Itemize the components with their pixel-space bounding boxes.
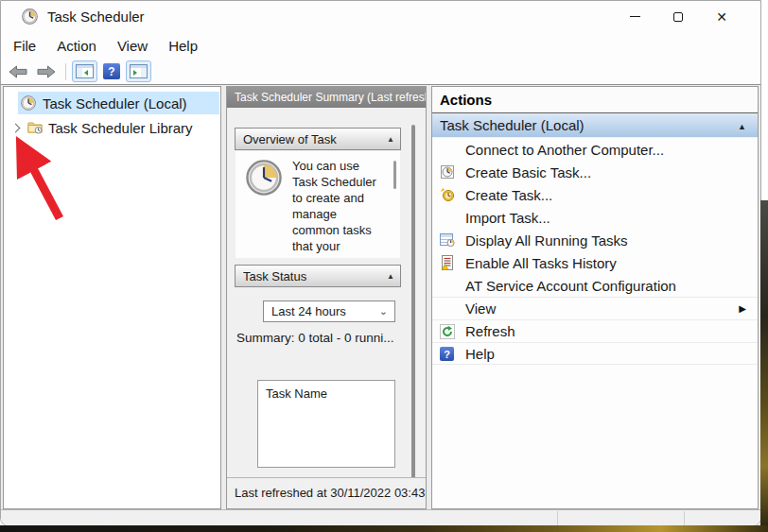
action-label: Enable All Tasks History [465,255,617,271]
maximize-button[interactable] [656,1,700,32]
forward-button[interactable] [33,60,60,82]
close-icon: ✕ [716,10,727,24]
chevron-down-icon: ⌄ [379,301,388,321]
menu-view[interactable]: View [107,35,158,57]
overview-section-title: Overview of Task Scheduler [236,129,400,150]
title-bar: Task Scheduler ✕ [1,1,760,32]
action-create-task[interactable]: Create Task... [432,183,758,206]
main-area: Task Scheduler (Local) Task Scheduler Li… [1,84,760,509]
action-refresh[interactable]: Refresh [432,319,758,342]
show-action-pane-button[interactable] [126,60,151,82]
help-icon: ? [103,63,120,79]
summary-scrollbar[interactable] [411,125,415,493]
create-task-icon [439,186,455,202]
expand-chevron-icon[interactable] [11,123,21,132]
folder-clock-icon [27,120,43,135]
task-name-column-header: Task Name [266,386,327,401]
task-status-summary: Summary: 0 total - 0 runni... [236,331,407,345]
status-bar-separator [557,511,558,526]
task-status-title: Task Status [236,266,400,283]
show-action-pane-icon [130,64,148,78]
action-enable-all-tasks-history[interactable]: Enable All Tasks History [432,251,758,274]
toolbar-help-button[interactable]: ? [99,60,124,82]
action-help[interactable]: ? Help [432,342,758,365]
action-label: AT Service Account Configuration [465,278,676,294]
show-console-tree-button[interactable] [72,60,97,82]
actions-group-header[interactable]: Task Scheduler (Local) ▲ [432,113,758,138]
back-arrow-icon [9,65,27,78]
actions-group-label: Task Scheduler (Local) [440,117,585,133]
action-label: View [465,300,496,317]
action-label: Import Task... [465,210,550,226]
last-refreshed-text: Last refreshed at 30/11/2022 03:43:22 [227,477,426,508]
action-create-basic-task[interactable]: Create Basic Task... [432,161,758,183]
maximize-icon [673,12,683,22]
action-view[interactable]: View ▶ [432,297,758,319]
refresh-icon [439,323,455,339]
menu-action[interactable]: Action [46,35,107,57]
summary-panel-header: Task Scheduler Summary (Last refreshed [227,87,426,108]
toolbar-separator [65,63,66,80]
clock-icon [21,95,36,111]
task-scheduler-window: Task Scheduler ✕ File Action View Help [0,0,761,526]
help-icon: ? [439,346,455,362]
action-at-service-account-configuration[interactable]: AT Service Account Configuration [432,274,758,297]
action-label: Display All Running Tasks [465,232,627,249]
tasks-history-icon [439,254,455,270]
time-range-value: Last 24 hours [271,304,346,318]
overview-scrollbar[interactable] [393,161,396,189]
summary-panel: Task Scheduler Summary (Last refreshed O… [226,86,427,509]
action-import-task[interactable]: Import Task... [432,206,758,229]
menu-help[interactable]: Help [158,35,208,57]
running-tasks-icon [439,232,455,248]
toolbar: ? [1,59,760,84]
window-title: Task Scheduler [47,9,145,25]
overview-section-header[interactable]: Overview of Task Scheduler ▲ [235,128,401,150]
window-controls: ✕ [613,1,743,32]
time-range-dropdown[interactable]: Last 24 hours ⌄ [263,300,395,322]
tree-item-label: Task Scheduler (Local) [43,95,187,112]
minimize-button[interactable] [613,1,656,32]
action-connect-to-another-computer[interactable]: Connect to Another Computer... [432,138,758,161]
actions-panel: Actions Task Scheduler (Local) ▲ Connect… [431,86,759,509]
collapse-arrow-icon[interactable]: ▲ [387,135,394,144]
minimize-icon [630,16,640,17]
console-tree-panel: Task Scheduler (Local) Task Scheduler Li… [3,86,221,509]
desktop-edge [760,200,768,532]
screen: Task Scheduler ✕ File Action View Help [0,0,768,532]
tree-item-task-scheduler-local[interactable]: Task Scheduler (Local) [4,92,220,114]
back-button[interactable] [5,60,31,82]
status-bar-separator [684,511,685,526]
show-console-tree-icon [76,64,94,78]
forward-arrow-icon [37,65,56,78]
tree-item-label: Task Scheduler Library [48,120,193,136]
basic-task-icon [439,163,455,180]
action-label: Refresh [465,323,515,339]
clock-icon [22,9,38,25]
task-status-section-header[interactable]: Task Status ▲ [235,265,401,287]
action-label: Create Task... [465,187,552,203]
collapse-arrow-icon[interactable]: ▲ [738,122,746,131]
menu-file[interactable]: File [3,35,46,57]
desktop-edge [0,525,768,532]
collapse-arrow-icon[interactable]: ▲ [387,272,394,281]
menu-bar: File Action View Help [1,32,760,59]
overview-body: You can use Task Scheduler to create and… [236,151,400,258]
action-display-all-running-tasks[interactable]: Display All Running Tasks [432,229,758,251]
action-label: Connect to Another Computer... [465,142,664,158]
action-label: Help [465,346,495,362]
clock-icon [246,160,282,196]
task-name-table: Task Name [257,380,395,468]
close-button[interactable]: ✕ [700,1,743,32]
submenu-arrow-icon: ▶ [739,303,746,314]
action-label: Create Basic Task... [465,164,591,180]
actions-panel-title: Actions [432,87,758,113]
tree-item-task-scheduler-library[interactable]: Task Scheduler Library [4,116,220,139]
overview-text: You can use Task Scheduler to create and… [292,158,379,258]
status-bar [1,509,760,526]
